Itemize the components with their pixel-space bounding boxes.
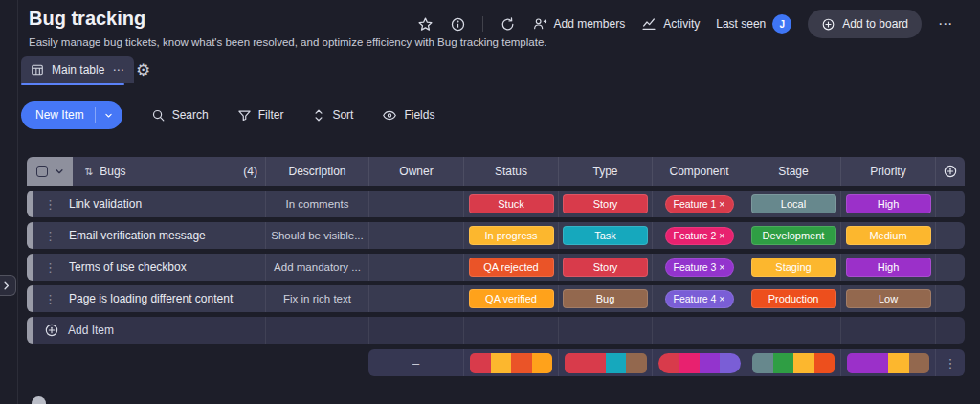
status-cell[interactable]: In progress [463,222,558,249]
add-column-button[interactable] [935,157,965,186]
component-cell[interactable]: Feature 3 × [652,254,746,281]
add-members-button[interactable]: Add members [532,16,626,32]
status-cell[interactable]: QA rejected [463,254,558,281]
status-cell[interactable]: QA verified [463,285,558,312]
new-item-button[interactable]: New Item [21,101,122,129]
priority-badge[interactable]: Medium [846,226,931,245]
last-seen[interactable]: Last seen J [716,14,791,34]
expand-panel-button[interactable] [0,275,16,296]
type-cell[interactable]: Bug [558,285,652,312]
item-name-cell[interactable]: ⋮ Terms of use checkbox [33,254,265,281]
select-all-cell[interactable] [27,157,73,186]
filter-button[interactable]: Filter [237,108,284,123]
column-header-priority[interactable]: Priority [840,157,935,186]
chevron-down-icon[interactable] [55,167,64,176]
stage-badge[interactable]: Development [751,226,836,245]
description-cell[interactable]: Fix in rich text [265,285,368,312]
owner-cell[interactable] [368,285,463,312]
row-menu-icon[interactable]: ⋮ [44,260,56,275]
tab-more-icon[interactable]: ⋯ [112,63,124,77]
type-badge[interactable]: Story [563,258,648,277]
type-cell[interactable]: Story [558,254,652,281]
status-cell[interactable]: Stuck [463,191,558,217]
column-header-owner[interactable]: Owner [368,157,463,186]
fields-button[interactable]: Fields [382,108,434,123]
type-badge[interactable]: Story [563,194,648,213]
add-to-board-button[interactable]: Add to board [808,10,922,38]
component-badge[interactable]: Feature 1 × [665,195,734,213]
add-item-row[interactable]: Add Item [27,317,965,344]
item-name-cell[interactable]: ⋮ Email verification message [33,222,265,249]
stage-badge[interactable]: Staging [751,258,836,277]
select-all-checkbox[interactable] [36,166,48,177]
type-badge[interactable]: Bug [563,289,648,308]
status-badge[interactable]: Stuck [469,194,554,213]
owner-cell[interactable] [368,254,463,281]
owner-cell[interactable] [368,222,463,249]
row-menu-icon[interactable]: ⋮ [44,197,56,212]
priority-cell[interactable]: High [840,254,935,281]
summary-priority-cell[interactable] [840,349,935,376]
sort-button[interactable]: Sort [312,108,353,123]
type-cell[interactable]: Task [558,222,652,249]
activity-button[interactable]: Activity [641,16,700,32]
summary-type-cell[interactable] [558,349,652,376]
column-header-status[interactable]: Status [463,157,558,186]
description-cell[interactable]: Add mandatory ... [265,254,368,281]
priority-cell[interactable]: High [840,191,935,217]
info-icon[interactable] [450,16,466,33]
summary-status-cell[interactable] [463,349,558,376]
table-row[interactable]: ⋮ Link validation In comments Stuck Stor… [27,191,965,217]
column-header-type[interactable]: Type [558,157,652,186]
stage-cell[interactable]: Local [746,191,840,217]
table-row[interactable]: ⋮ Email verification message Should be v… [27,222,965,249]
new-item-caret-icon[interactable] [96,111,122,120]
table-row[interactable]: ⋮ Page is loading different content Fix … [27,285,965,312]
component-cell[interactable]: Feature 2 × [652,222,746,249]
sync-icon[interactable] [500,16,516,33]
search-button[interactable]: Search [151,108,209,123]
tab-main-table[interactable]: Main table ⋯ [21,56,134,83]
description-cell[interactable]: Should be visible... [265,222,368,249]
item-name-cell[interactable]: ⋮ Page is loading different content [33,285,265,312]
row-menu-icon[interactable]: ⋮ [44,292,56,306]
component-badge[interactable]: Feature 4 × [665,290,734,308]
status-badge[interactable]: QA verified [469,289,554,308]
component-badge[interactable]: Feature 3 × [665,258,734,277]
component-cell[interactable]: Feature 1 × [652,191,746,217]
priority-badge[interactable]: High [846,258,931,277]
row-menu-icon[interactable]: ⋮ [44,229,56,243]
type-badge[interactable]: Task [563,226,648,245]
description-cell[interactable]: In comments [265,191,368,217]
stage-cell[interactable]: Staging [746,254,840,281]
priority-cell[interactable]: Medium [840,222,935,249]
summary-menu-cell[interactable]: ⋮ [935,349,965,376]
summary-menu-icon[interactable]: ⋮ [945,356,957,370]
partial-button[interactable] [32,396,46,404]
column-header-bugs[interactable]: ⇅ Bugs (4) [73,157,265,186]
priority-badge[interactable]: Low [846,289,931,308]
status-badge[interactable]: In progress [469,226,554,245]
column-header-component[interactable]: Component [652,157,746,186]
stage-cell[interactable]: Production [746,285,840,312]
owner-cell[interactable] [368,191,463,217]
table-row[interactable]: ⋮ Terms of use checkbox Add mandatory ..… [27,254,965,281]
stage-cell[interactable]: Development [746,222,840,249]
component-cell[interactable]: Feature 4 × [652,285,746,312]
summary-stage-cell[interactable] [746,349,840,376]
gear-icon[interactable]: ⚙ [136,60,150,79]
column-header-description[interactable]: Description [265,157,368,186]
summary-component-cell[interactable] [652,349,746,376]
component-badge[interactable]: Feature 2 × [665,227,734,245]
header-more-icon[interactable]: ⋯ [938,15,953,33]
stage-badge[interactable]: Production [751,289,836,308]
avatar[interactable]: J [772,14,791,34]
priority-badge[interactable]: High [846,194,931,213]
priority-cell[interactable]: Low [840,285,935,312]
item-name-cell[interactable]: ⋮ Link validation [33,191,265,217]
type-cell[interactable]: Story [558,191,652,217]
column-header-stage[interactable]: Stage [746,157,840,186]
stage-badge[interactable]: Local [751,194,836,213]
status-badge[interactable]: QA rejected [469,258,554,277]
add-item-button[interactable]: Add Item [33,317,265,344]
